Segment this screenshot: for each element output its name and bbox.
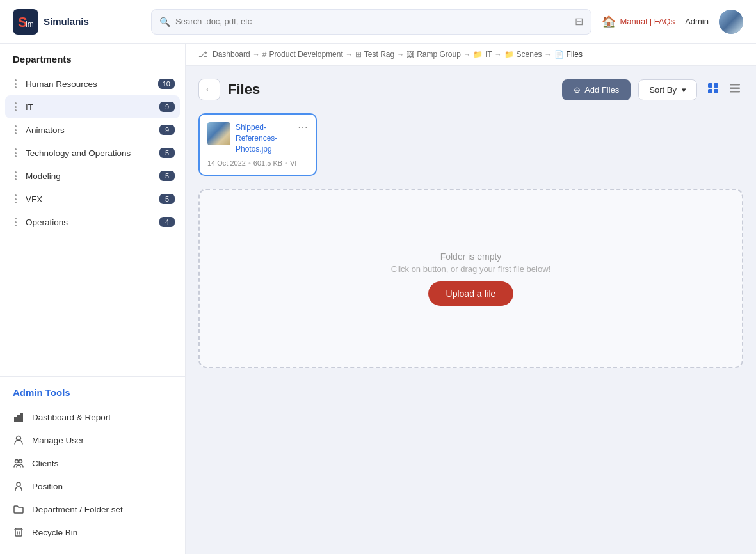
sidebar-item-human-resources[interactable]: Human Resources 10	[0, 72, 185, 95]
dept-name: Operations	[26, 218, 154, 227]
breadcrumb-item-product-dev[interactable]: # Product Development	[262, 50, 343, 59]
admin-tool-position[interactable]: Position	[0, 475, 185, 498]
content-area: ⎇ Dashboard → # Product Development → ⊞ …	[186, 44, 756, 554]
breadcrumb-label: Ramp Group	[417, 50, 461, 59]
breadcrumb-item-test-rag[interactable]: ⊞ Test Rag	[355, 50, 394, 59]
manual-link[interactable]: 🏠 Manual | FAQs	[602, 15, 675, 29]
svg-rect-11	[708, 83, 712, 88]
svg-rect-10	[15, 530, 22, 536]
drop-zone-subtitle: Click on button, or drag your first file…	[391, 264, 551, 274]
svg-rect-15	[730, 84, 740, 86]
file-card[interactable]: Shipped-References-Photos.jpg ⋯ 14 Oct 2…	[198, 113, 317, 176]
dots-icon	[10, 218, 20, 226]
dots-icon	[10, 125, 20, 134]
breadcrumb-item-scenes[interactable]: 📁 Scenes	[504, 50, 542, 59]
file-thumbnail	[207, 122, 230, 145]
chart-icon	[13, 411, 24, 423]
folder-icon: 📁	[504, 50, 514, 59]
avatar[interactable]	[719, 10, 743, 34]
add-files-button[interactable]: ⊕ Add Files	[562, 79, 631, 100]
files-grid: Shipped-References-Photos.jpg ⋯ 14 Oct 2…	[198, 113, 743, 176]
breadcrumb-label: IT	[485, 50, 492, 59]
sidebar-item-tech-ops[interactable]: Technology and Operations 5	[0, 141, 185, 164]
dept-name: Technology and Operations	[26, 148, 154, 158]
svg-rect-12	[714, 83, 718, 88]
topbar: S im Simulanis 🔍 ⊟ 🏠 Manual | FAQs Admin	[0, 0, 756, 44]
svg-point-8	[19, 460, 22, 463]
tool-label: Clients	[32, 459, 58, 468]
admin-tool-clients[interactable]: Clients	[0, 452, 185, 475]
dept-badge: 10	[158, 79, 175, 89]
dept-name: Modeling	[26, 171, 154, 181]
breadcrumb-sep: →	[463, 51, 470, 58]
tool-label: Dashboard & Report	[32, 413, 111, 422]
file-icon: 📄	[554, 50, 564, 59]
breadcrumb: ⎇ Dashboard → # Product Development → ⊞ …	[186, 44, 756, 66]
person-icon	[13, 480, 24, 492]
dept-badge: 5	[159, 194, 175, 204]
users-icon	[13, 457, 24, 469]
grid-view-button[interactable]	[705, 80, 721, 100]
tool-label: Recycle Bin	[32, 528, 77, 537]
file-thumb-image	[207, 122, 230, 145]
breadcrumb-item-dashboard[interactable]: Dashboard	[213, 50, 250, 59]
files-header: ← Files ⊕ Add Files Sort By ▾	[198, 79, 743, 100]
breadcrumb-item-ramp-group[interactable]: 🖼 Ramp Group	[406, 50, 461, 59]
file-size: 601.5 KB	[253, 159, 282, 167]
dept-name: Human Resources	[26, 79, 153, 89]
svg-text:im: im	[26, 20, 34, 29]
sidebar-item-vfx[interactable]: VFX 5	[0, 187, 185, 210]
svg-rect-17	[730, 91, 740, 93]
search-input[interactable]	[175, 17, 570, 26]
dots-icon	[10, 171, 20, 180]
drop-zone-text: Folder is empty Click on button, or drag…	[391, 251, 551, 274]
file-meta: 14 Oct 2022 • 601.5 KB • VI	[207, 159, 308, 167]
svg-rect-5	[20, 413, 23, 422]
admin-tool-dashboard[interactable]: Dashboard & Report	[0, 406, 185, 429]
dept-name: IT	[26, 102, 154, 112]
sidebar-item-animators[interactable]: Animators 9	[0, 118, 185, 141]
avatar-image	[719, 10, 743, 34]
meta-separator: •	[285, 159, 287, 167]
dept-badge: 9	[159, 102, 175, 112]
breadcrumb-item-files: 📄 Files	[554, 50, 583, 59]
breadcrumb-label: Files	[567, 50, 583, 59]
dots-icon	[10, 148, 20, 157]
sidebar-item-modeling[interactable]: Modeling 5	[0, 164, 185, 187]
svg-rect-4	[17, 415, 20, 422]
admin-tool-recycle[interactable]: Recycle Bin	[0, 521, 185, 544]
main-layout: Departments Human Resources 10 IT 9 Anim…	[0, 44, 756, 554]
tool-label: Position	[32, 482, 63, 491]
tool-label: Manage User	[32, 436, 84, 445]
dept-badge: 9	[159, 125, 175, 135]
chevron-down-icon: ▾	[682, 85, 686, 95]
departments-list: Departments Human Resources 10 IT 9 Anim…	[0, 44, 185, 376]
sort-by-button[interactable]: Sort By ▾	[638, 79, 697, 100]
branch-icon: ⎇	[198, 50, 207, 59]
breadcrumb-item-it[interactable]: 📁 IT	[473, 50, 492, 59]
sidebar-item-it[interactable]: IT 9	[5, 95, 180, 118]
filter-icon[interactable]: ⊟	[575, 15, 583, 28]
dept-name: Animators	[26, 125, 154, 135]
hash-icon: #	[262, 50, 267, 59]
sidebar-item-operations[interactable]: Operations 4	[0, 210, 185, 233]
dots-icon	[10, 102, 20, 111]
file-menu-button[interactable]: ⋯	[298, 122, 308, 132]
dept-badge: 5	[159, 171, 175, 181]
manual-link-label: Manual | FAQs	[620, 17, 675, 26]
svg-point-7	[15, 460, 19, 463]
back-button[interactable]: ←	[198, 79, 220, 100]
list-view-button[interactable]	[727, 80, 743, 100]
admin-tool-manage-user[interactable]: Manage User	[0, 429, 185, 452]
user-icon	[13, 434, 24, 446]
breadcrumb-label: Dashboard	[213, 50, 250, 59]
image-icon: 🖼	[406, 50, 414, 59]
breadcrumb-sep: →	[495, 51, 502, 58]
upload-button[interactable]: Upload a file	[428, 281, 514, 306]
dept-badge: 5	[159, 148, 175, 158]
admin-tool-department[interactable]: Department / Folder set	[0, 498, 185, 521]
meta-separator: •	[248, 159, 251, 167]
drop-zone[interactable]: Folder is empty Click on button, or drag…	[198, 189, 743, 368]
drop-zone-title: Folder is empty	[391, 251, 551, 262]
file-version: VI	[290, 159, 296, 167]
